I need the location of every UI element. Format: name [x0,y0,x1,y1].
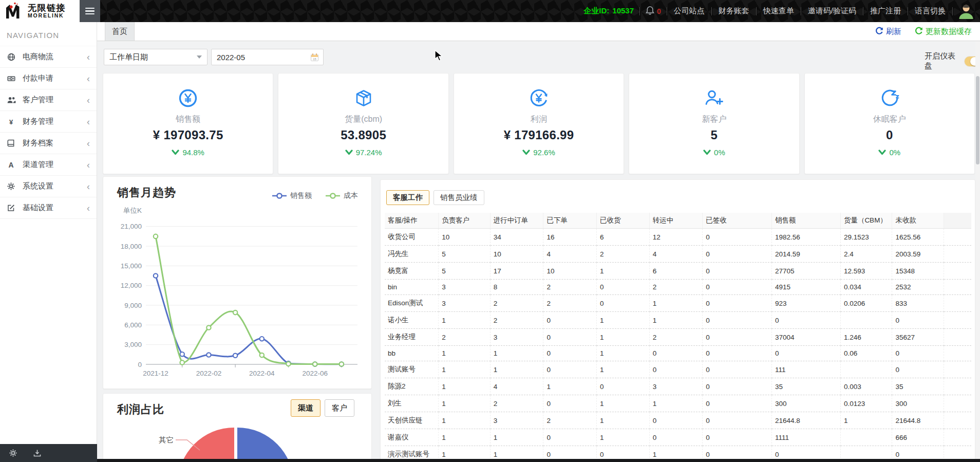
month-picker-value: 2022-05 [217,53,245,62]
menu-item-invite-verify-code[interactable]: 邀请码/验证码 [801,6,863,16]
table-cell: 3 [490,412,543,429]
table-row: bin38202049150.0342532 [385,280,971,295]
gear-icon[interactable] [9,449,17,457]
refresh-button[interactable]: 刷新 [875,27,901,36]
column-header: 转运中 [649,213,703,229]
sidebar-item-finance-management[interactable]: ¥ 财务管理 ‹ [0,111,97,133]
menu-item-quick-order-search[interactable]: 快速查单 [757,6,801,16]
table-cell [944,395,971,412]
legend-item[interactable]: 销售额 [272,191,312,200]
notifications-button[interactable]: 0 [640,6,667,16]
table-cell: 3 [439,280,491,295]
table-cell: 0 [703,395,772,412]
table-cell: 0.034 [840,280,892,295]
kpi-value: 0 [886,128,893,142]
table-cell: 1 [439,412,491,429]
sidebar-item-basic-settings[interactable]: 基础设置 ‹ [0,197,97,219]
tab-customer-service-work[interactable]: 客服工作 [386,190,429,205]
table-cell: 111 [772,361,841,378]
table-row: Edison测试3220109230.0206833 [385,295,971,312]
menu-item-language-switch[interactable]: 语言切换 [908,6,952,16]
top-bar: 无限链接 MORELINK 企业ID: 10537 0 公司站点财务账套快速查单… [0,0,980,22]
sidebar-item-channel-management[interactable]: A 渠道管理 ‹ [0,154,97,176]
sidebar-item-system-settings[interactable]: 系统设置 ‹ [0,176,97,197]
table-cell: 1 [543,378,597,395]
kpi-percent: 92.6% [522,148,555,157]
sidebar-item-finance-archives[interactable]: 财务档案 ‹ [0,133,97,154]
table-cell: 0.003 [840,378,892,395]
hamburger-menu-icon[interactable] [80,0,100,22]
table-row: 收货公司10341661201982.5629.15231625.56 [385,229,971,246]
company-id-value: 10537 [612,6,634,16]
column-header: 已签收 [703,213,772,229]
svg-text:2021-12: 2021-12 [143,369,168,377]
table-cell: 0 [703,429,772,446]
tab-salesperson-performance[interactable]: 销售员业绩 [434,190,484,205]
table-cell [944,246,971,263]
sidebar-item-label: 系统设置 [23,181,87,191]
column-header: 销售额 [772,213,841,229]
table-cell: 2 [543,412,597,429]
pie-button-customer[interactable]: 客户 [325,399,354,417]
column-header: 负责客户 [439,213,491,229]
sleep-customer-icon [879,88,900,108]
chevron-down-icon [197,56,202,59]
table-cell: 2.4 [840,246,892,263]
table-cell: 0 [703,346,772,361]
svg-text:2022-06: 2022-06 [302,369,328,377]
payment-icon [7,75,20,83]
tab-home[interactable]: 首页 [105,22,135,41]
pie-slice-other[interactable] [178,428,234,462]
topbar-menu: 企业ID: 10537 0 公司站点财务账套快速查单邀请码/验证码推广注册语言切… [578,0,978,22]
kpi-value: ¥ 197093.75 [153,128,223,142]
menu-item-promotion-register[interactable]: 推广注册 [863,6,908,16]
svg-text:15,000: 15,000 [121,262,142,270]
table-cell: 1.246 [840,329,892,346]
table-cell: 2 [597,246,650,263]
pie-slice[interactable] [237,428,294,462]
sidebar-item-payment-request[interactable]: 付款申请 ‹ [0,68,97,89]
table-cell: 37004 [772,329,841,346]
customer-name-cell: 谢嘉仪 [385,429,439,446]
chevron-left-icon: ‹ [87,182,90,191]
svg-text:18,000: 18,000 [121,243,142,250]
pie-button-channel[interactable]: 渠道 [291,399,321,417]
yen-circle-icon [178,88,198,108]
update-cache-button[interactable]: 更新数据缓存 [915,27,972,36]
scrollbar-thumb[interactable] [976,76,979,164]
user-avatar[interactable] [957,3,975,20]
sidebar-item-ecommerce-logistics[interactable]: 电商物流 ‹ [0,46,97,68]
table-cell: 1 [597,346,650,361]
table-cell: 0 [703,229,772,246]
table-cell: 2 [649,329,703,346]
table-cell: 1 [649,312,703,329]
table-row: 诺小生12011000 [385,312,971,329]
customer-name-cell: 测试账号 [385,361,439,378]
menu-item-company-site[interactable]: 公司站点 [667,6,711,16]
legend-item[interactable]: 成本 [325,191,358,200]
logo[interactable]: 无限链接 MORELINK [0,0,80,22]
table-cell: 34 [490,229,543,246]
table-row: 冯先生51042402014.592.42003.59 [385,246,971,263]
sidebar-item-customer-management[interactable]: 客户管理 ‹ [0,89,97,111]
gear-icon [7,182,20,190]
table-cell: 1 [649,295,703,312]
date-type-select[interactable]: 工作单日期 [104,49,208,65]
month-picker-input[interactable]: 2022-05 15 [211,49,324,65]
y-axis-unit-label: 单位K [123,206,142,215]
table-cell: 4 [649,246,703,263]
table-cell: 1 [840,412,892,429]
book-icon [7,139,20,147]
table-cell [944,329,971,346]
dashboard-toggle-label: 开启仪表盘 [925,51,959,71]
kpi-card-cargo-volume: 货量(cbm) 53.8905 97.24% [278,73,448,174]
pie-label-other: 其它 [159,436,174,444]
table-cell: 300 [892,395,944,412]
download-icon[interactable] [33,449,41,457]
menu-item-finance-account-set[interactable]: 财务账套 [712,6,756,16]
brand-name-en: MORELINK [28,13,66,19]
sidebar: NAVIGATION 电商物流 ‹ 付款申请 ‹ 客户管理 ‹ ¥ 财务管理 ‹… [0,22,97,462]
table-cell: 3 [439,295,491,312]
table-cell: 6 [649,263,703,280]
notification-count-badge: 0 [657,7,661,15]
